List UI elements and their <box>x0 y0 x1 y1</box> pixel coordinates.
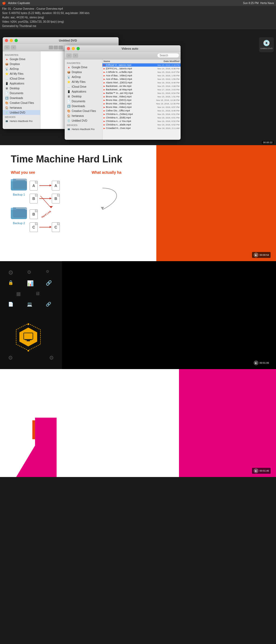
icloud-icon: ☁️ <box>5 77 9 80</box>
file-row[interactable]: ▶Ace of Bas...Video).mp4 Nov 15, 2016, 1… <box>102 74 181 77</box>
file-row[interactable]: ▶Christina A...(Video).mp4 Nov 19, 2016,… <box>102 113 181 116</box>
sidebar-item-hertanava[interactable]: 🏠 hertanava <box>3 105 40 110</box>
sidebar-videos-icloud[interactable]: ☁️ iCloud Drive <box>65 84 102 89</box>
close-button-videos[interactable] <box>67 47 70 50</box>
play-icon-4: ▶ <box>254 468 258 473</box>
video-icon: ▶ <box>104 106 105 108</box>
airdrop-icon: 📡 <box>5 67 9 71</box>
dark-left-panel: ⚙ ⚙ ⚙ 🔒 📊 🔗 ▦ 🖥 📄 💻 🔗 <box>0 261 62 369</box>
sidebar-videos-macbook[interactable]: 💻 Herta's MacBook Pro <box>65 127 102 132</box>
video-icon: ▶ <box>104 78 105 80</box>
lock-icon: 🔒 <box>8 280 13 285</box>
video-icon: ▶ <box>104 99 105 101</box>
file-row[interactable]: ▶Christina A...o You.mp4 Nov 19, 2016, 6… <box>102 120 181 123</box>
close-button[interactable] <box>5 39 8 42</box>
file-row[interactable]: ▶Bruno Mar...Video).mp4 Nov 15, 2016, 1:… <box>102 95 181 98</box>
sidebar-videos-apps[interactable]: 📱 Applications <box>65 89 102 94</box>
sidebar-item-desktop[interactable]: 🖥 Desktop <box>3 86 40 91</box>
tm-col-what-actually: What actually ha <box>92 170 135 232</box>
back-button-videos[interactable]: ‹ <box>66 53 72 58</box>
orange-panel <box>156 145 276 261</box>
file-b-icon: B <box>30 194 38 203</box>
nodes-icon: 🔗 <box>46 280 52 286</box>
file-row[interactable]: ▶Christina A...alade.mp4 Nov 19, 2016, 6… <box>102 123 181 127</box>
file-a-icon: A <box>30 181 38 190</box>
curved-arrow-placeholder <box>92 183 135 215</box>
backup1-label: Backup 1 <box>11 193 27 196</box>
file-row[interactable]: ▶Bruno Mar...(DEO).mp4 Nov 16, 2016, 12:… <box>102 98 181 102</box>
docs-icon-v: 📄 <box>67 99 71 103</box>
apps-icon-v: 📱 <box>67 90 71 93</box>
sidebar-item-icloud[interactable]: ☁️ iCloud Drive <box>3 76 40 81</box>
file-c-icon: C <box>30 222 38 232</box>
sidebar-item-downloads[interactable]: ⬇️ Downloads <box>3 96 40 100</box>
back-button[interactable]: ‹ <box>4 45 10 50</box>
file-row[interactable]: ▶A Whole N...a Belle.mp4 Nov 15, 2016, 8… <box>102 70 181 74</box>
sidebar-item-applications[interactable]: 📱 Applications <box>3 81 40 86</box>
applications-icon: 📱 <box>5 81 9 85</box>
forward-button[interactable]: › <box>11 45 16 50</box>
section-dark: ⚙ ⚙ ⚙ 🔒 📊 🔗 ▦ 🖥 📄 💻 🔗 <box>0 261 276 369</box>
sidebar-videos-desktop[interactable]: 🖥 Desktop <box>65 94 102 99</box>
sidebar-videos-cc[interactable]: 🎨 Creative Cloud Files <box>65 108 102 113</box>
sidebar-videos-airdrop[interactable]: 📡 AirDrop <box>65 74 102 79</box>
finder-sidebar-dvd: Favorites 🔺 Google Drive 📦 Dropbox 📡 Air… <box>3 51 40 129</box>
sidebar-item-google-drive[interactable]: 🔺 Google Drive <box>3 57 40 62</box>
file-row[interactable]: ▶Ace of Bas...Video).mp4 Nov 15, 2016, 1… <box>102 77 181 81</box>
top-bar-left: 🍎 Adobe Captivate <box>2 1 30 5</box>
search-input-videos[interactable] <box>157 53 179 57</box>
devices-label-videos: Devices <box>65 123 102 127</box>
apple-menu[interactable]: 🍎 <box>2 1 6 5</box>
view-icon-2[interactable] <box>54 46 58 49</box>
backup2-group: Backup 2 B Hard Link <box>11 207 70 232</box>
sidebar-videos-herta[interactable]: 🏠 hertanava <box>65 113 102 118</box>
file-row[interactable]: ▶Celine Dio...Offici.mp4 Nov 21, 2016, 8… <box>102 109 181 113</box>
video-icon: ▶ <box>104 110 105 112</box>
dark-right-panel <box>62 261 276 369</box>
file-row[interactable]: ▶[Official Vi...tatonix.mp4 Nov 15, 2016… <box>102 63 181 67</box>
sidebar-item-untitled-dvd[interactable]: 💿 Untitled DVD <box>3 110 40 115</box>
view-controls <box>49 46 63 49</box>
minimize-button[interactable] <box>10 39 13 42</box>
link-icon: 🔗 <box>46 302 51 307</box>
file-row[interactable]: ▶Backstreet...at Way.mp4 Nov 17, 2016, 2… <box>102 88 181 91</box>
col-name-header: Name <box>104 60 147 63</box>
sidebar-videos-google[interactable]: 🔺 Google Drive <box>65 65 102 70</box>
svg-rect-6 <box>25 339 32 340</box>
col-date-header: Date Modified <box>147 60 180 63</box>
favorites-label-videos: Favorites <box>65 61 102 65</box>
fullscreen-button[interactable] <box>15 39 18 42</box>
file-row[interactable]: ▶Backstreet...ve Me.mp4 Nov 15, 2016, 2:… <box>102 84 181 88</box>
file-info-line3: Audio: aac, 44100 Hz, stereo (eng) <box>2 15 274 20</box>
sidebar-videos-downloads[interactable]: ⬇️ Downloads <box>65 104 102 108</box>
ts3-value: 00:01:06 <box>260 362 269 364</box>
file-row[interactable]: ▶Bruno Mar...Video).mp4 Nov 14, 2016, 8:… <box>102 105 181 109</box>
file-row[interactable]: ▶Crowded H...Over.mp4 Nov 18, 2016, 2:11… <box>102 127 181 130</box>
file-row[interactable]: ▶Alanis Mori...(DEO).mp4 Nov 16, 2016, 8… <box>102 81 181 84</box>
minimize-button-videos[interactable] <box>72 47 75 50</box>
sidebar-videos-dropbox[interactable]: 📦 Dropbox <box>65 70 102 74</box>
forward-button-videos[interactable]: › <box>73 53 78 58</box>
sidebar-item-macbook[interactable]: 💻 Herta's MacBook Pro <box>3 119 40 124</box>
file-row[interactable]: ▶Barbie™ In...aoi HQ.mp4 Nov 21, 2016, 8… <box>102 91 181 95</box>
col-label-right: What actually ha <box>92 170 135 175</box>
ts4-value: 00:01:46 <box>260 469 269 472</box>
fullscreen-button-videos[interactable] <box>77 47 80 50</box>
file-row[interactable]: ▶Christina A...(Edit).mp4 Nov 19, 2016, … <box>102 116 181 120</box>
view-icon-3[interactable] <box>58 46 63 49</box>
sidebar-item-documents[interactable]: 📄 Documents <box>3 91 40 96</box>
sidebar-item-airdrop[interactable]: 📡 AirDrop <box>3 66 40 71</box>
file-row[interactable]: ▶[OFFICIAL...tatonix.mp4 Nov 14, 2016, 8… <box>102 67 181 70</box>
geo-right-panel <box>179 369 276 477</box>
top-bar: 🍎 Adobe Captivate Sun 8:25 PM Herta Nava <box>0 0 276 6</box>
sidebar-item-all-files[interactable]: ⭐ All My Files <box>3 71 40 76</box>
sidebar-videos-dvd[interactable]: 💿 Untitled DVD <box>65 118 102 123</box>
sidebar-item-creative-cloud[interactable]: 🎨 Creative Cloud Files <box>3 100 40 105</box>
file-row[interactable]: ▶Bruno Mar...Video).mp4 Nov 19, 2016, 12… <box>102 102 181 105</box>
sidebar-videos-allmyfiles[interactable]: ⭐ All My Files <box>65 79 102 84</box>
sidebar-item-dropbox[interactable]: 📦 Dropbox <box>3 62 40 66</box>
sidebar-videos-docs[interactable]: 📄 Documents <box>65 99 102 104</box>
dvd-corner-icon: 💿 Untitled DVD <box>259 37 274 52</box>
dot-top <box>27 323 29 325</box>
view-icon-1[interactable] <box>49 46 53 49</box>
